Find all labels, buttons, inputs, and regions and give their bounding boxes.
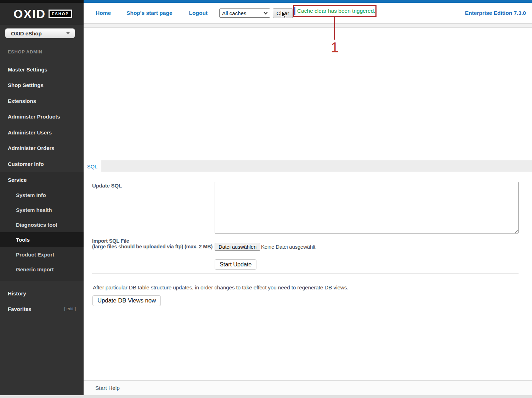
import-sql-file-label-line1: Import SQL File: [92, 238, 213, 244]
nav-link-logout[interactable]: Logout: [189, 10, 208, 16]
start-help-link[interactable]: Start Help: [95, 385, 120, 391]
sidebar-item-tools[interactable]: Tools: [0, 232, 84, 247]
eshop-logo-badge: ESHOP: [49, 10, 72, 18]
sidebar-item-shop-settings[interactable]: Shop Settings: [0, 77, 84, 93]
oxid-logo-text: OXID: [13, 8, 46, 20]
sidebar-item-system-health[interactable]: System health: [0, 202, 84, 217]
annotation-highlight-box: Cache clear has been triggered.: [293, 5, 377, 17]
shop-selector-value: OXID eShop: [11, 30, 66, 36]
sidebar-item-administer-products[interactable]: Administer Products: [0, 109, 84, 125]
sidebar-item-master-settings[interactable]: Master Settings: [0, 62, 84, 77]
chevron-down-icon: [66, 32, 70, 34]
favorites-edit-link[interactable]: [ edit ]: [64, 306, 76, 311]
annotation-number: 1: [329, 40, 341, 56]
tab-bar: SQL: [84, 160, 532, 172]
nav-link-shops-start-page[interactable]: Shop's start page: [126, 10, 172, 16]
annotation-connector-line: [334, 17, 335, 40]
update-sql-textarea[interactable]: [215, 182, 519, 233]
bottom-strip: [0, 395, 532, 398]
update-db-views-button[interactable]: Update DB Views now: [92, 295, 161, 306]
tab-sql[interactable]: SQL: [84, 160, 101, 173]
section-divider: [92, 273, 519, 273]
cache-select[interactable]: All caches: [219, 8, 270, 18]
nav-link-home[interactable]: Home: [96, 10, 111, 16]
sidebar-item-extensions[interactable]: Extensions: [0, 93, 84, 109]
sidebar-item-history[interactable]: History: [0, 285, 84, 301]
sidebar-top-strip: [0, 0, 84, 3]
sidebar: OXID ESHOP OXID eShop ESHOP ADMIN Master…: [0, 0, 84, 395]
edition-label: Enterprise Edition 7.3.0: [465, 10, 532, 16]
sidebar-item-product-export[interactable]: Product Export: [0, 247, 84, 262]
oxid-logo: OXID ESHOP: [0, 3, 84, 25]
db-views-note: After particular DB table structure upda…: [93, 284, 348, 291]
choose-file-button[interactable]: Datei auswählen: [215, 243, 260, 251]
import-sql-file-label-line2: (large files should be uploaded via ftp)…: [92, 244, 213, 249]
update-sql-label: Update SQL: [92, 183, 122, 189]
sidebar-item-administer-users[interactable]: Administer Users: [0, 125, 84, 140]
sidebar-item-system-info[interactable]: System Info: [0, 188, 84, 202]
main-content: Update SQL Import SQL File (large files …: [84, 172, 532, 380]
file-status-text: Keine Datei ausgewählt: [261, 244, 315, 250]
favorites-label: Favorites: [8, 306, 32, 312]
sidebar-item-administer-orders[interactable]: Administer Orders: [0, 140, 84, 156]
sidebar-item-generic-import[interactable]: Generic Import: [0, 262, 84, 277]
sidebar-item-customer-info[interactable]: Customer Info: [0, 156, 84, 172]
shop-selector-dropdown[interactable]: OXID eShop: [5, 28, 75, 38]
footer-bar: Start Help: [84, 380, 532, 395]
sidebar-menu: Master Settings Shop Settings Extensions…: [0, 62, 84, 172]
clear-cache-button[interactable]: Clear: [273, 8, 293, 18]
import-sql-file-label: Import SQL File (large files should be u…: [92, 238, 213, 249]
cache-clear-status-message: Cache clear has been triggered.: [297, 8, 375, 14]
start-update-button[interactable]: Start Update: [215, 259, 256, 270]
text-caret: [294, 7, 295, 15]
navbar-divider-strip: [84, 23, 532, 28]
sidebar-item-favorites[interactable]: Favorites [ edit ]: [0, 301, 84, 317]
sidebar-item-diagnostics-tool[interactable]: Diagnostics tool: [0, 217, 84, 232]
sidebar-section-header: ESHOP ADMIN: [0, 47, 43, 57]
top-accent-bar: [84, 0, 532, 3]
sidebar-item-service[interactable]: Service: [0, 172, 84, 188]
cache-select-wrap: All caches: [219, 8, 270, 18]
sidebar-service-section: Service System Info System health Diagno…: [0, 172, 84, 281]
